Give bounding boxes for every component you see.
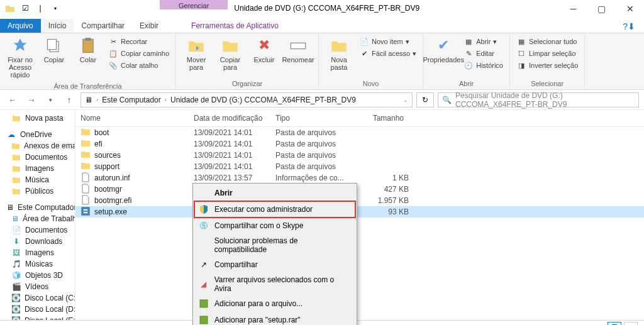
- invert-selection-button[interactable]: ◨Inverter seleção: [514, 60, 580, 71]
- tab-arquivo[interactable]: Arquivo: [0, 19, 41, 33]
- col-tipo[interactable]: Tipo: [270, 110, 352, 126]
- file-row[interactable]: sources13/09/2021 14:01Pasta de arquivos: [75, 150, 644, 161]
- up-button[interactable]: ↑: [62, 92, 77, 107]
- nav-onedrive[interactable]: ☁OneDrive: [0, 129, 75, 140]
- recent-dropdown[interactable]: ▾: [43, 92, 58, 107]
- nav-documentos2[interactable]: 📄Documentos: [0, 224, 75, 236]
- properties-button[interactable]: ✔Propriedades: [427, 35, 460, 66]
- ctx-abrir[interactable]: Abrir: [194, 185, 355, 201]
- column-headers[interactable]: Nome Data de modificação Tipo Tamanho: [75, 110, 644, 127]
- col-nome[interactable]: Nome: [75, 110, 189, 126]
- new-folder-button[interactable]: Nova pasta: [323, 35, 355, 74]
- edit-icon: ✎: [464, 48, 474, 58]
- file-name: bootmgr.efi: [94, 196, 131, 205]
- cut-button[interactable]: ✂Recortar: [106, 36, 172, 47]
- share-icon: ↗: [198, 259, 209, 270]
- view-details-button[interactable]: ☰: [608, 322, 621, 326]
- tab-inicio[interactable]: Início: [41, 19, 74, 33]
- paste-shortcut-button[interactable]: 📎Colar atalho: [106, 60, 172, 71]
- qa-dropdown-icon[interactable]: ▾: [49, 2, 62, 14]
- edit-button[interactable]: ✎Editar: [461, 48, 506, 59]
- nav-anexos[interactable]: Anexos de email: [0, 140, 75, 151]
- back-button[interactable]: ←: [5, 92, 20, 107]
- nav-imagens1[interactable]: Imagens: [0, 163, 75, 174]
- search-input[interactable]: 🔍 Pesquisar Unidade de DVD (G:) CCCOMA_X…: [438, 92, 639, 107]
- nav-discoe[interactable]: 💽Disco Local (E:): [0, 315, 75, 320]
- nav-imagens2[interactable]: 🖼Imagens: [0, 247, 75, 258]
- open-button[interactable]: ▦Abrir ▾: [461, 36, 506, 47]
- ctx-avira[interactable]: ◢Varrer arquivos selecionados com o Avir…: [194, 273, 355, 295]
- file-row[interactable]: efi13/09/2021 14:01Pasta de arquivos: [75, 138, 644, 150]
- context-menu: Abrir Executar como administrador ⓈCompa…: [192, 183, 357, 325]
- copy-button[interactable]: Copiar: [38, 35, 70, 66]
- ctx-add-archive[interactable]: Adicionar para o arquivo...: [194, 295, 355, 312]
- ctx-add-rar[interactable]: Adicionar para "setup.rar": [194, 312, 355, 325]
- invertsel-icon: ◨: [516, 60, 526, 70]
- file-row[interactable]: setup.exeativo93 KB: [75, 206, 644, 218]
- tab-exibir[interactable]: Exibir: [132, 19, 166, 33]
- navigation-pane[interactable]: Nova pasta ☁OneDrive Anexos de email Doc…: [0, 110, 75, 320]
- nav-discoc[interactable]: 💽Disco Local (C:): [0, 292, 75, 304]
- nav-area[interactable]: 🖥Área de Trabalho: [0, 213, 75, 224]
- nav-nova-pasta[interactable]: Nova pasta: [0, 113, 75, 124]
- minimize-button[interactable]: ─: [559, 0, 587, 18]
- qa-checkbox-icon[interactable]: ☑: [19, 2, 31, 14]
- nav-documentos1[interactable]: Documentos: [0, 151, 75, 163]
- crumb-dvd[interactable]: Unidade de DVD (G:) CCCOMA_X64FRE_PT-BR_…: [170, 96, 356, 104]
- col-tamanho[interactable]: Tamanho: [352, 110, 409, 126]
- file-row[interactable]: boot13/09/2021 14:01Pasta de arquivos: [75, 127, 644, 138]
- file-list[interactable]: Nome Data de modificação Tipo Tamanho bo…: [75, 110, 644, 320]
- breadcrumb[interactable]: 🖥 › Este Computador › Unidade de DVD (G:…: [80, 92, 413, 107]
- tab-ferramentas[interactable]: Ferramentas de Aplicativo: [184, 19, 286, 33]
- history-button[interactable]: 🕘Histórico: [461, 60, 506, 71]
- ctx-share[interactable]: ↗Compartilhar: [194, 256, 355, 273]
- nav-downloads[interactable]: ⬇Downloads: [0, 236, 75, 247]
- file-row[interactable]: autorun.inf13/09/2021 13:57Informações d…: [75, 172, 644, 184]
- paste-button[interactable]: Colar: [72, 35, 104, 66]
- select-all-button[interactable]: ▦Selecionar tudo: [514, 36, 580, 47]
- nav-musica1[interactable]: Música: [0, 174, 75, 185]
- paste-label: Colar: [80, 56, 96, 63]
- nav-musicas2[interactable]: 🎵Músicas: [0, 258, 75, 270]
- rename-button[interactable]: Renomear: [282, 35, 314, 66]
- nav-objetos3d[interactable]: 🧊Objetos 3D: [0, 270, 75, 281]
- pin-quickaccess-button[interactable]: Fixar no Acesso rápido: [4, 35, 36, 81]
- ctx-skype[interactable]: ⓈCompartilhar com o Skype: [194, 218, 355, 234]
- delete-button[interactable]: ✖Excluir: [248, 35, 280, 66]
- nav-publicos[interactable]: Públicos: [0, 185, 75, 197]
- quick-access-toolbar: ☑ | ▾: [0, 0, 65, 16]
- copy-to-button[interactable]: Copiar para: [214, 35, 247, 74]
- selectall-icon: ▦: [516, 36, 526, 47]
- close-button[interactable]: ✕: [616, 0, 644, 18]
- file-row[interactable]: bootmgr13/09/2021 13:57Arquivo427 KB: [75, 184, 644, 195]
- ctx-run-as-admin[interactable]: Executar como administrador: [194, 201, 355, 218]
- nav-este-computador[interactable]: 🖥Este Computador: [0, 202, 75, 213]
- file-icon: [80, 172, 91, 184]
- nav-videos[interactable]: 🎬Vídeos: [0, 281, 75, 292]
- file-size: 1 KB: [357, 174, 414, 182]
- file-icon: [80, 206, 91, 218]
- forward-button[interactable]: →: [24, 92, 39, 107]
- copy-path-button[interactable]: 📋Copiar caminho: [106, 48, 172, 59]
- help-icon[interactable]: ?⬇: [620, 20, 638, 33]
- ctx-compat[interactable]: Solucionar problemas de compatibilidade: [194, 234, 355, 256]
- file-icon: [80, 138, 91, 150]
- move-to-button[interactable]: Mover para: [180, 35, 213, 74]
- explorer-icon: [4, 2, 16, 14]
- clear-selection-button[interactable]: ☐Limpar seleção: [514, 48, 580, 59]
- tab-compartilhar[interactable]: Compartilhar: [74, 19, 132, 33]
- crumb-pc[interactable]: Este Computador: [102, 96, 160, 104]
- new-item-button[interactable]: 📄Novo item ▾: [357, 36, 419, 47]
- refresh-button[interactable]: ↻: [416, 92, 434, 107]
- maximize-button[interactable]: ▢: [587, 0, 616, 18]
- file-row[interactable]: support13/09/2021 14:01Pasta de arquivos: [75, 161, 644, 172]
- file-date: 13/09/2021 14:01: [194, 128, 275, 137]
- group-open-label: Abrir: [427, 79, 506, 89]
- easy-access-button[interactable]: ✔Fácil acesso ▾: [357, 48, 419, 59]
- col-data[interactable]: Data de modificação: [189, 110, 270, 126]
- nav-discod[interactable]: 💽Disco Local (D:): [0, 304, 75, 315]
- contextual-tab-manage[interactable]: Gerenciar: [160, 0, 228, 9]
- file-row[interactable]: bootmgr.efi13/09/2021 13:57Arquivo EFI1.…: [75, 195, 644, 206]
- crumb-dropdown-icon[interactable]: ⌄: [403, 97, 408, 103]
- view-large-button[interactable]: ▦: [624, 322, 638, 326]
